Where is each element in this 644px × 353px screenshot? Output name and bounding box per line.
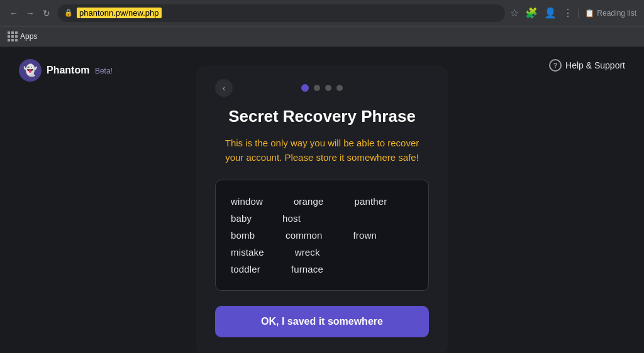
nav-buttons: ← → ↻ <box>8 7 53 19</box>
refresh-button[interactable]: ↻ <box>40 7 53 19</box>
recovery-phrase-card: ‹ Secret Recovery Phrase This is the onl… <box>196 65 448 353</box>
help-support-label: Help & Support <box>565 60 625 70</box>
reading-list-button[interactable]: 📋 Reading list <box>578 9 636 18</box>
stepper-back-button[interactable]: ‹ <box>215 79 233 97</box>
browser-actions: ☆ 🧩 👤 ⋮ <box>510 7 573 19</box>
phantom-name: Phantom <box>47 65 89 75</box>
phantom-logo-emoji: 👻 <box>23 63 37 77</box>
card-title: Secret Recovery Phrase <box>215 107 429 126</box>
apps-button[interactable]: Apps <box>8 31 37 41</box>
stepper-dot-3 <box>325 85 331 91</box>
card-warning: This is the only way you will be able to… <box>215 136 429 165</box>
phantom-logo: 👻 <box>19 59 42 82</box>
forward-button[interactable]: → <box>24 7 36 19</box>
apps-label: Apps <box>20 32 37 41</box>
extension-icon[interactable]: 🧩 <box>525 7 538 19</box>
menu-icon[interactable]: ⋮ <box>563 7 573 19</box>
phantom-header: 👻 Phantom Beta! <box>19 59 113 82</box>
stepper-dot-2 <box>314 85 320 91</box>
address-bar[interactable]: 🔒 phantonn.pw/new.php <box>58 4 505 22</box>
page-content: 👻 Phantom Beta! ? Help & Support ‹ Secre… <box>0 46 644 353</box>
stepper-dot-1 <box>301 84 309 92</box>
apps-grid-icon <box>8 31 18 41</box>
help-icon: ? <box>549 59 562 72</box>
star-icon[interactable]: ☆ <box>510 7 519 19</box>
phantom-beta: Beta! <box>95 67 113 75</box>
url-text: phantonn.pw/new.php <box>77 8 162 18</box>
phrase-box: window orange panther baby host bomb com… <box>215 180 429 291</box>
profile-icon[interactable]: 👤 <box>544 7 557 19</box>
bookmarks-bar: Apps <box>0 26 644 46</box>
reading-list-label: Reading list <box>597 9 636 18</box>
reading-list-icon: 📋 <box>585 9 594 18</box>
ok-saved-button[interactable]: OK, I saved it somewhere <box>215 306 429 337</box>
back-button[interactable]: ← <box>8 7 20 19</box>
help-support-link[interactable]: ? Help & Support <box>549 59 625 72</box>
browser-chrome: ← → ↻ 🔒 phantonn.pw/new.php ☆ 🧩 👤 ⋮ 📋 Re… <box>0 0 644 26</box>
stepper-dot-4 <box>336 85 343 91</box>
stepper: ‹ <box>215 84 429 92</box>
lock-icon: 🔒 <box>64 9 73 17</box>
phantom-brand: Phantom Beta! <box>47 65 113 76</box>
